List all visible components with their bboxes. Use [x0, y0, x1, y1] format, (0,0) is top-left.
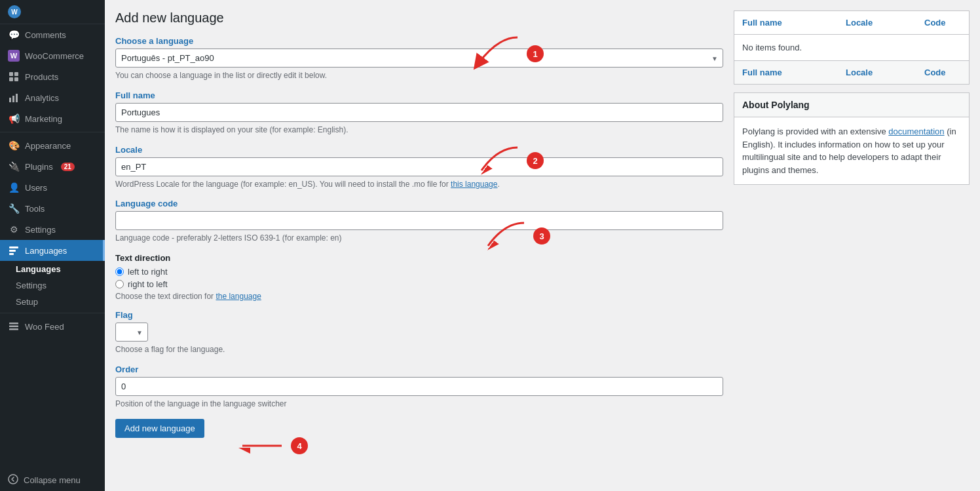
flag-hint: Choose a flag for the language. [115, 344, 723, 355]
svg-rect-10 [9, 323, 18, 324]
rtl-radio[interactable] [115, 280, 124, 288]
svg-rect-12 [9, 328, 18, 330]
collapse-menu-button[interactable]: Collapse menu [0, 469, 105, 491]
text-direction-link[interactable]: the language [216, 292, 261, 301]
svg-rect-2 [9, 77, 13, 81]
wp-logo-icon: W [8, 5, 21, 18]
svg-rect-0 [9, 72, 13, 76]
no-items-message: No items found. [734, 35, 969, 61]
locale-input[interactable] [115, 157, 723, 176]
svg-rect-1 [14, 72, 18, 76]
svg-rect-11 [9, 326, 18, 328]
language-code-hint: Language code - preferably 2-letters ISO… [115, 233, 723, 244]
comments-icon: 💬 [8, 29, 20, 41]
full-name-hint: The name is how it is displayed on your … [115, 125, 723, 136]
sidebar-item-woo-feed[interactable]: Woo Feed [0, 316, 105, 337]
main-content: Add new language Choose a language Portu… [105, 0, 980, 491]
col-locale-top: Locale [838, 11, 916, 34]
flag-group: Flag ▼ Choose a flag for the language. [115, 310, 723, 355]
sidebar-item-woocommerce[interactable]: W WooCommerce [0, 45, 105, 66]
content-area: Add new language Choose a language Portu… [105, 0, 980, 491]
full-name-input[interactable] [115, 103, 723, 122]
marketing-icon: 📢 [8, 113, 20, 125]
svg-rect-3 [14, 77, 18, 81]
svg-rect-4 [9, 98, 11, 102]
ltr-radio[interactable] [115, 267, 124, 276]
language-code-label: Language code [115, 199, 723, 208]
order-label: Order [115, 364, 723, 374]
full-name-group: Full name The name is how it is displaye… [115, 90, 723, 136]
sidebar-item-comments[interactable]: 💬 Comments [0, 24, 105, 45]
order-hint: Position of the language in the language… [115, 399, 723, 410]
sidebar-item-marketing[interactable]: 📢 Marketing [0, 108, 105, 129]
products-icon [8, 71, 20, 83]
appearance-icon: 🎨 [8, 140, 20, 151]
rtl-option[interactable]: right to left [115, 279, 723, 289]
language-select-wrapper: Português - pt_PT_ao90 ▼ [115, 49, 723, 68]
text-direction-group: Text direction left to right right to le… [115, 253, 723, 301]
rtl-label: right to left [128, 279, 168, 289]
sidebar-item-tools[interactable]: 🔧 Tools [0, 198, 105, 219]
text-direction-label: Text direction [115, 253, 723, 263]
sidebar-sub-settings[interactable]: Settings [0, 277, 105, 294]
woocommerce-icon: W [8, 50, 20, 62]
left-panel: Add new language Choose a language Portu… [115, 10, 723, 481]
table-footer: Full name Locale Code [734, 61, 969, 84]
sidebar-sub-languages[interactable]: Languages [0, 261, 105, 277]
text-direction-hint: Choose the text direction for the langua… [115, 292, 723, 301]
plugins-badge: 21 [61, 163, 75, 171]
sidebar-divider-2 [0, 313, 105, 313]
right-panel: Full name Locale Code No items found. Fu… [734, 10, 970, 481]
locale-hint: WordPress Locale for the language (for e… [115, 179, 723, 190]
ltr-label: left to right [128, 267, 168, 277]
sidebar-active-arrow [100, 245, 105, 256]
sidebar-item-settings[interactable]: ⚙ Settings [0, 219, 105, 240]
settings-icon: ⚙ [8, 224, 20, 235]
svg-rect-7 [9, 246, 18, 248]
about-text-1: Polylang is provided with an extensive [742, 127, 888, 136]
svg-rect-6 [16, 94, 18, 102]
locale-label: Locale [115, 145, 723, 155]
col-code-top: Code [916, 11, 969, 34]
sidebar-item-analytics[interactable]: Analytics [0, 87, 105, 108]
choose-language-label: Choose a language [115, 36, 723, 46]
add-language-button[interactable]: Add new language [115, 419, 204, 438]
language-code-group: Language code Language code - preferably… [115, 199, 723, 244]
svg-point-13 [9, 475, 18, 484]
users-icon: 👤 [8, 182, 20, 193]
about-doc-link[interactable]: documentation [888, 127, 944, 136]
col-fullname-bottom: Full name [734, 61, 838, 84]
sidebar-divider-1 [0, 132, 105, 132]
language-code-input[interactable] [115, 211, 723, 230]
ltr-option[interactable]: left to right [115, 267, 723, 277]
woo-feed-icon [8, 321, 20, 332]
locale-hint-link[interactable]: this language [451, 180, 497, 189]
collapse-icon [8, 474, 18, 486]
language-select[interactable]: Português - pt_PT_ao90 [115, 49, 723, 68]
analytics-icon [8, 92, 20, 104]
full-name-label: Full name [115, 90, 723, 100]
svg-rect-8 [9, 250, 16, 252]
sidebar-item-appearance[interactable]: 🎨 Appearance [0, 135, 105, 156]
svg-rect-5 [12, 96, 14, 102]
sidebar-item-products[interactable]: Products [0, 66, 105, 87]
plugins-icon: 🔌 [8, 161, 20, 172]
sidebar-item-users[interactable]: 👤 Users [0, 177, 105, 198]
order-input[interactable] [115, 377, 723, 396]
table-header-top: Full name Locale Code [734, 11, 969, 35]
sidebar-item-plugins[interactable]: 🔌 Plugins 21 [0, 156, 105, 177]
col-locale-bottom: Locale [838, 61, 916, 84]
about-body: Polylang is provided with an extensive d… [734, 117, 969, 184]
order-group: Order Position of the language in the la… [115, 364, 723, 410]
tools-icon: 🔧 [8, 203, 20, 214]
language-select-hint: You can choose a language in the list or… [115, 70, 723, 81]
sidebar-item-languages[interactable]: Languages [0, 240, 105, 261]
flag-select-wrapper: ▼ [115, 323, 148, 342]
section-title: Add new language [115, 10, 723, 26]
locale-group: Locale WordPress Locale for the language… [115, 145, 723, 190]
svg-rect-9 [9, 253, 14, 255]
languages-icon [8, 245, 20, 256]
sidebar-sub-setup[interactable]: Setup [0, 294, 105, 310]
about-title: About Polylang [734, 93, 969, 117]
flag-select[interactable] [115, 323, 148, 342]
